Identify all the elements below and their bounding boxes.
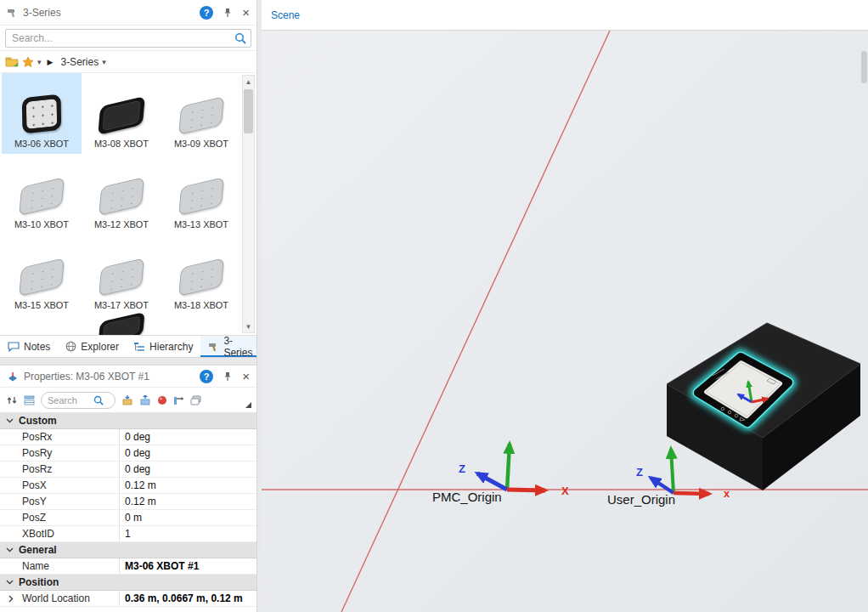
layers-icon[interactable] [190,395,201,405]
tab-hierarchy[interactable]: Hierarchy [127,336,200,357]
list-item-m3-08[interactable]: M3-08 XBOT [82,73,161,154]
resize-grip-icon[interactable] [245,402,251,408]
collection-dropdown-caret-icon[interactable]: ▾ [102,58,106,66]
tab-3-series[interactable]: 3-Series [200,336,260,357]
search-icon[interactable] [234,32,246,44]
scene-scrollbar-thumb[interactable] [861,51,867,83]
sort-icon[interactable] [6,395,18,405]
list-item-label: M3-10 XBOT [14,219,69,230]
close-icon[interactable]: × [242,370,250,382]
property-key: PosRy [22,447,52,459]
list-item-m3-10[interactable]: M3-10 XBOT [2,154,82,235]
property-value[interactable]: 0 deg [119,429,256,445]
property-row-posrx[interactable]: PosRx 0 deg [0,429,256,445]
list-item-m3-06[interactable]: M3-06 XBOT [2,73,82,154]
property-value[interactable]: 0 deg [119,462,256,477]
search-icon[interactable] [93,395,104,405]
folder-icon[interactable] [5,56,19,67]
scroll-up-icon[interactable]: ▲ [245,76,252,88]
chevron-down-icon [6,580,14,585]
section-header-general[interactable]: General [0,542,256,558]
property-row-xbotid[interactable]: XBotID 1 [0,526,256,542]
property-value[interactable]: 0.36 m, 0.0667 m, 0.12 m [119,591,256,606]
property-row-posy[interactable]: PosY 0.12 m [0,494,256,510]
property-key: PosRx [22,431,52,443]
categorize-icon[interactable] [24,395,35,405]
list-item-label: M3-17 XBOT [94,300,149,310]
breadcrumb-arrow-icon: ▶ [48,58,54,66]
tool-icon [7,8,18,18]
library-search-input[interactable] [10,31,234,45]
section-header-custom[interactable]: Custom [0,413,256,429]
tab-scene[interactable]: Scene [269,6,302,25]
library-search-box[interactable] [5,29,251,48]
property-value[interactable]: 0.12 m [119,478,256,493]
tab-label: 3-Series [223,335,252,359]
property-grid: Custom PosRx 0 deg PosRy 0 deg PosRz 0 d… [0,413,256,607]
help-icon[interactable]: ? [200,370,213,383]
pmc-z-axis-label: Z [459,462,465,475]
section-header-position[interactable]: Position [0,575,256,591]
expand-chevron-icon[interactable] [0,595,22,603]
property-row-posz[interactable]: PosZ 0 m [0,510,256,526]
close-icon[interactable]: × [242,6,250,19]
pin-icon[interactable] [223,8,233,18]
list-item-m3-15[interactable]: M3-15 XBOT [2,235,82,315]
pmc-origin-label: PMC_Origin [432,490,502,504]
property-row-posry[interactable]: PosRy 0 deg [0,445,256,462]
property-value[interactable]: M3-06 XBOT #1 [119,558,256,574]
property-value[interactable]: 0 deg [119,445,256,461]
property-row-posrz[interactable]: PosRz 0 deg [0,462,256,478]
measure-icon[interactable] [173,395,184,405]
property-value[interactable]: 0.12 m [119,494,256,509]
horizontal-splitter[interactable] [0,357,256,366]
library-scrollbar[interactable]: ▲ ▼ [242,75,255,333]
properties-panel: Properties: M3-06 XBOT #1 ? × [0,366,256,612]
globe-icon [65,341,76,352]
list-item-m3-09[interactable]: M3-09 XBOT [161,73,241,154]
properties-toolbar [0,388,256,413]
scene-background[interactable] [262,31,868,612]
import-icon[interactable] [121,395,133,405]
list-item-m3-18[interactable]: M3-18 XBOT [161,235,241,315]
list-item-empty [2,315,82,335]
list-item-label: M3-08 XBOT [94,139,149,149]
collection-dropdown-label[interactable]: 3-Series [60,56,99,68]
user-x-axis-label: x [724,487,730,500]
xbot-thumbnail [98,96,145,135]
favorites-dropdown-caret-icon[interactable]: ▾ [37,58,42,66]
scene-viewport-container: Z X PMC_Origin Z x User_Origin [262,31,868,612]
panel-title: Properties: M3-06 XBOT #1 [24,371,200,382]
panel-title: 3-Series [23,7,200,19]
list-item-label: M3-12 XBOT [94,219,149,230]
property-value[interactable]: 1 [119,526,256,541]
favorites-star-icon[interactable] [22,56,34,68]
list-item-m3-12[interactable]: M3-12 XBOT [82,154,161,235]
scrollbar-thumb[interactable] [244,89,253,133]
user-origin-label: User_Origin [607,492,675,507]
help-icon[interactable]: ? [200,6,213,20]
properties-search-box[interactable] [41,392,116,409]
property-value[interactable]: 0 m [119,510,256,525]
notes-icon [8,342,20,352]
property-row-posx[interactable]: PosX 0.12 m [0,478,256,494]
list-item-m3-17[interactable]: M3-17 XBOT [82,235,161,315]
library-search-row [0,26,256,51]
tab-notes[interactable]: Notes [0,336,58,357]
pmc-x-axis-label: X [561,484,569,497]
pin-icon[interactable] [223,371,233,382]
list-item-m3-13[interactable]: M3-13 XBOT [161,154,241,235]
properties-search-input[interactable] [46,394,93,406]
tab-explorer[interactable]: Explorer [58,336,127,357]
property-row-world-location[interactable]: World Location 0.36 m, 0.0667 m, 0.12 m [0,591,256,607]
property-key: PosY [22,496,47,507]
tab-label: Explorer [81,341,119,353]
material-icon[interactable] [157,395,167,405]
scrollbar-track[interactable] [243,88,254,320]
export-icon[interactable] [139,395,151,405]
property-row-name[interactable]: Name M3-06 XBOT #1 [0,558,256,575]
property-key: XBotID [22,528,54,540]
list-item-partial[interactable] [82,315,161,335]
scroll-down-icon[interactable]: ▼ [245,320,252,332]
scene-viewport[interactable]: Z X PMC_Origin Z x User_Origin [262,31,868,612]
